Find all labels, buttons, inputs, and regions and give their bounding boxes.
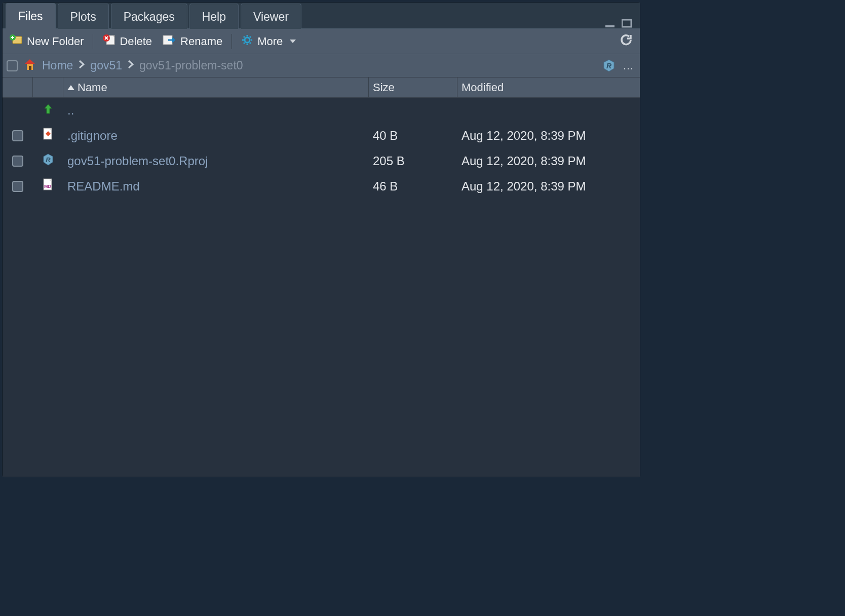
tab-plots[interactable]: Plots <box>58 4 109 29</box>
minimize-icon[interactable] <box>604 19 617 28</box>
refresh-button[interactable] <box>617 31 636 52</box>
chevron-right-icon <box>127 60 134 71</box>
maximize-icon[interactable] <box>622 19 633 28</box>
tab-viewer[interactable]: Viewer <box>241 4 301 29</box>
new-folder-button[interactable]: New Folder <box>7 32 87 51</box>
file-size: 46 B <box>369 179 457 194</box>
file-name: gov51-problem-set0.Rproj <box>63 154 369 168</box>
delete-button[interactable]: Delete <box>99 32 155 51</box>
rename-button[interactable]: Rename <box>159 32 225 51</box>
svg-rect-1 <box>622 20 631 27</box>
file-modified: Aug 12, 2020, 8:39 PM <box>457 179 640 194</box>
r-project-icon[interactable]: R <box>601 58 617 73</box>
col-modified-label: Modified <box>462 81 504 94</box>
svg-text:R: R <box>606 62 612 70</box>
more-button[interactable]: More <box>238 32 299 51</box>
col-icon <box>33 78 63 97</box>
file-modified: Aug 12, 2020, 8:39 PM <box>457 154 640 168</box>
gear-icon <box>241 34 253 49</box>
new-folder-label: New Folder <box>27 35 84 48</box>
files-panel: Files Plots Packages Help Viewer <box>2 2 640 477</box>
chevron-down-icon <box>290 40 296 43</box>
sort-ascending-icon <box>67 85 74 90</box>
breadcrumb-home[interactable]: Home <box>42 59 73 72</box>
breadcrumb: Home gov51 gov51-problem-set0 R … <box>3 54 640 78</box>
col-modified[interactable]: Modified <box>457 78 640 97</box>
parent-directory-row[interactable]: .. <box>3 98 640 123</box>
rename-label: Rename <box>180 35 222 48</box>
file-row[interactable]: R gov51-problem-set0.Rproj 205 B Aug 12,… <box>3 148 640 174</box>
ellipsis-button[interactable]: … <box>621 58 636 73</box>
tab-files[interactable]: Files <box>6 3 56 29</box>
tab-bar: Files Plots Packages Help Viewer <box>3 3 640 29</box>
new-folder-icon <box>10 34 23 49</box>
col-size-label: Size <box>373 81 395 94</box>
git-file-icon <box>42 127 54 144</box>
svg-text:R: R <box>46 156 51 164</box>
delete-icon <box>102 34 116 49</box>
column-header: Name Size Modified <box>3 78 640 98</box>
file-name: .gitignore <box>63 129 369 143</box>
svg-rect-9 <box>29 66 31 70</box>
row-checkbox[interactable] <box>12 130 23 141</box>
separator <box>93 34 93 49</box>
row-checkbox[interactable] <box>12 181 23 192</box>
col-size[interactable]: Size <box>369 78 457 97</box>
toolbar: New Folder Delete Rename <box>3 29 640 54</box>
file-name: .. <box>63 103 369 118</box>
file-name: README.md <box>63 179 369 194</box>
breadcrumb-item[interactable]: gov51 <box>90 59 122 72</box>
breadcrumb-item[interactable]: gov51-problem-set0 <box>139 59 243 72</box>
tab-help[interactable]: Help <box>189 4 239 29</box>
file-row[interactable]: MD README.md 46 B Aug 12, 2020, 8:39 PM <box>3 174 640 199</box>
row-checkbox[interactable] <box>12 156 23 167</box>
tab-packages[interactable]: Packages <box>111 4 187 29</box>
more-label: More <box>257 35 283 48</box>
rproj-file-icon: R <box>42 152 55 170</box>
up-arrow-icon <box>42 102 54 119</box>
delete-label: Delete <box>120 35 152 48</box>
col-check <box>3 78 33 97</box>
svg-rect-0 <box>605 25 614 27</box>
col-name[interactable]: Name <box>63 78 369 97</box>
separator <box>232 34 232 49</box>
file-row[interactable]: .gitignore 40 B Aug 12, 2020, 8:39 PM <box>3 123 640 148</box>
file-modified: Aug 12, 2020, 8:39 PM <box>457 129 640 143</box>
col-name-label: Name <box>78 81 107 94</box>
home-icon[interactable] <box>23 58 37 74</box>
chevron-right-icon <box>78 60 85 71</box>
markdown-file-icon: MD <box>42 178 54 195</box>
file-size: 40 B <box>369 129 457 143</box>
rename-icon <box>162 34 176 49</box>
refresh-icon <box>620 33 633 50</box>
svg-point-7 <box>245 37 250 43</box>
file-size: 205 B <box>369 154 457 168</box>
select-all-checkbox[interactable] <box>7 60 18 71</box>
file-list: .. .gitignore 40 B Aug 12, 2020, 8:39 PM <box>3 98 640 477</box>
svg-text:MD: MD <box>44 184 51 189</box>
